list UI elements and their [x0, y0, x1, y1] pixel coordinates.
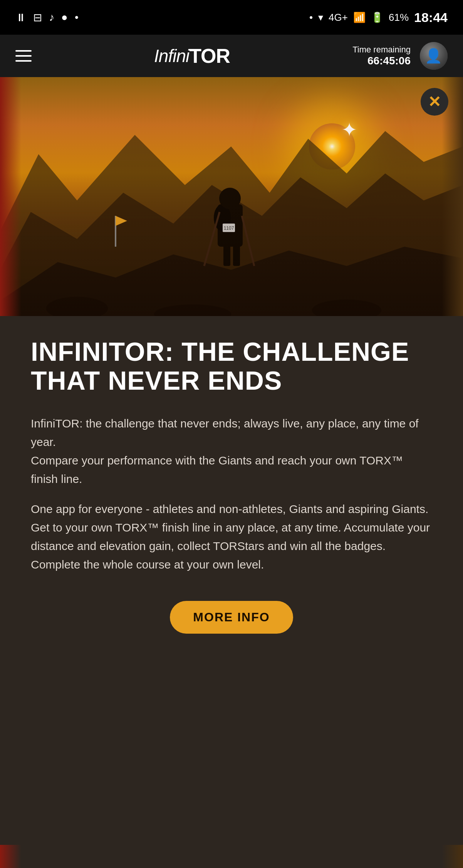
- menu-line-3: [15, 60, 32, 62]
- hamburger-menu[interactable]: [15, 50, 32, 62]
- time-remaining-value: 66:45:06: [352, 55, 411, 67]
- logo-tor: TOR: [189, 44, 230, 67]
- close-icon: ✕: [428, 94, 441, 109]
- signal-bars: 📶: [353, 12, 366, 24]
- menu-line-2: [15, 55, 32, 57]
- app-header: Infini TOR Time remaining 66:45:06: [0, 35, 463, 77]
- battery-icon: 🔋: [371, 12, 383, 24]
- avatar[interactable]: [420, 42, 448, 70]
- wifi-icon: ▾: [318, 12, 323, 24]
- avatar-image: [420, 42, 448, 70]
- music-icon: ♪: [49, 11, 54, 24]
- clock: 18:44: [414, 10, 448, 25]
- hero-image: ✦: [0, 77, 463, 316]
- signal-dot: •: [309, 12, 313, 24]
- menu-line-1: [15, 50, 32, 52]
- circle-icon: ●: [61, 11, 68, 24]
- description-paragraph-1: InfiniTOR: the challenge that never ends…: [31, 414, 432, 488]
- svg-rect-17: [0, 77, 463, 316]
- logo-infini: Infini: [154, 45, 189, 66]
- signal-type: 4G+: [329, 12, 348, 24]
- layers-icon: ⊟: [33, 11, 42, 24]
- dot-icon: •: [75, 11, 79, 24]
- description-paragraph-2: One app for everyone - athletes and non-…: [31, 500, 432, 574]
- close-button[interactable]: ✕: [421, 88, 448, 116]
- main-title: INFINITOR: THE CHALLENGE THAT NEVER ENDS: [31, 337, 432, 395]
- more-info-button[interactable]: MORE INFO: [170, 601, 293, 634]
- content-area: INFINITOR: THE CHALLENGE THAT NEVER ENDS…: [0, 316, 463, 845]
- time-remaining-block: Time remaining 66:45:06: [352, 45, 411, 67]
- battery-percent: 61%: [389, 12, 409, 24]
- header-right-section: Time remaining 66:45:06: [352, 42, 448, 70]
- time-remaining-label: Time remaining: [352, 45, 411, 55]
- footer-space: [0, 845, 463, 868]
- app-logo: Infini TOR: [154, 44, 230, 67]
- app-container: Infini TOR Time remaining 66:45:06 ✦: [0, 35, 463, 868]
- status-right: • ▾ 4G+ 📶 🔋 61% 18:44: [309, 10, 448, 25]
- status-left: ⏸ ⊟ ♪ ● •: [15, 11, 79, 24]
- mountain-svg: 1107: [0, 77, 463, 316]
- status-bar: ⏸ ⊟ ♪ ● • • ▾ 4G+ 📶 🔋 61% 18:44: [0, 0, 463, 35]
- pause-icon: ⏸: [15, 11, 26, 24]
